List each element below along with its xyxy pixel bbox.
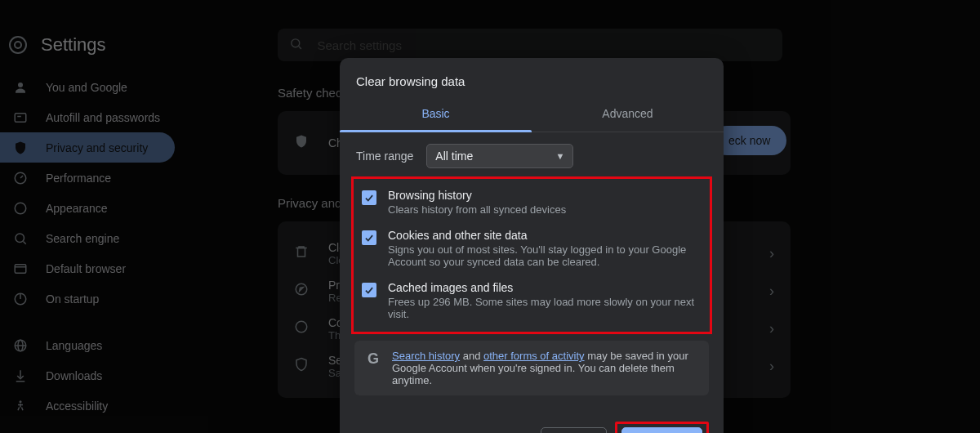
checkbox-browsing-history[interactable] bbox=[362, 190, 376, 205]
option-desc: Signs you out of most sites. You'll stay… bbox=[388, 243, 702, 268]
google-g-icon: G bbox=[366, 350, 381, 386]
time-range-value: All time bbox=[435, 150, 473, 163]
option-browsing-history[interactable]: Browsing history Clears history from all… bbox=[357, 182, 706, 222]
checkbox-cookies[interactable] bbox=[362, 230, 376, 245]
search-history-link[interactable]: Search history bbox=[392, 350, 460, 362]
cancel-button[interactable]: Cancel bbox=[541, 427, 608, 433]
option-title: Cached images and files bbox=[388, 281, 702, 294]
checkbox-cache[interactable] bbox=[362, 283, 376, 297]
clear-data-button[interactable]: Clear data bbox=[621, 427, 702, 433]
tab-advanced[interactable]: Advanced bbox=[532, 96, 724, 132]
google-account-info: G Search history and other forms of acti… bbox=[354, 341, 709, 395]
option-desc: Clears history from all synced devices bbox=[388, 203, 566, 216]
option-title: Browsing history bbox=[388, 189, 566, 202]
option-desc: Frees up 296 MB. Some sites may load mor… bbox=[388, 296, 702, 320]
tab-basic[interactable]: Basic bbox=[340, 96, 532, 132]
option-cookies[interactable]: Cookies and other site data Signs you ou… bbox=[357, 222, 706, 275]
time-range-label: Time range bbox=[356, 150, 413, 163]
option-cache[interactable]: Cached images and files Frees up 296 MB.… bbox=[357, 275, 706, 327]
dialog-title: Clear browsing data bbox=[340, 58, 724, 96]
option-title: Cookies and other site data bbox=[388, 229, 702, 242]
other-activity-link[interactable]: other forms of activity bbox=[483, 350, 585, 362]
time-range-select[interactable]: All time ▼ bbox=[426, 144, 573, 168]
chevron-down-icon: ▼ bbox=[555, 151, 564, 161]
clear-browsing-data-dialog: Clear browsing data Basic Advanced Time … bbox=[340, 58, 724, 433]
options-highlight-box: Browsing history Clears history from all… bbox=[351, 176, 712, 334]
info-text: Search history and other forms of activi… bbox=[392, 350, 697, 386]
clear-data-highlight-box: Clear data bbox=[615, 422, 709, 433]
dialog-tabs: Basic Advanced bbox=[340, 96, 724, 132]
